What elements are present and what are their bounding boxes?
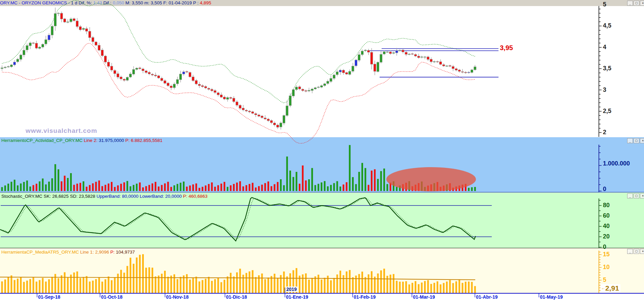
- resistance-price-label: 3,95: [500, 44, 513, 52]
- axis-tick-label: 60: [603, 212, 610, 219]
- chart-canvas[interactable]: [0, 0, 644, 300]
- year-axis-label: 2019: [286, 287, 297, 292]
- close-button[interactable]: ✕: [640, 1, 644, 6]
- axis-tick-label: 2,5: [603, 108, 611, 115]
- axis-tick-label: 15: [603, 251, 610, 258]
- minimize-button[interactable]: _: [627, 193, 633, 198]
- header-segment: P: 460,6863: [183, 194, 207, 199]
- atr-panel-header: HerramientaCP_MediaATR5_ORY.MC Line 1: 2…: [1, 250, 135, 255]
- header-segment: LowerBand: 20,0000: [140, 194, 183, 199]
- date-axis-label: 01-Ene-19: [286, 294, 308, 300]
- volume-highlight-ellipse: [386, 167, 476, 191]
- visual-chart-window: ORY.MC - ORYZON GENOMICS - 1 d Dif. %: 1…: [0, 0, 644, 300]
- header-segment: 31.975,0000: [99, 138, 125, 143]
- header-segment: P:: [110, 250, 116, 255]
- header-segment: UpperBand: 80,0000: [96, 194, 139, 199]
- axis-tick-label: 4,5: [603, 22, 611, 29]
- close-button[interactable]: ✕: [640, 138, 644, 143]
- axis-tick-label: 0: [603, 243, 606, 251]
- date-axis-label: 01-May-19: [540, 294, 563, 300]
- axis-tick-label: 1.000.000: [603, 160, 630, 167]
- maximize-button[interactable]: □: [634, 1, 639, 6]
- atr-last-value-marker: ←2,91: [601, 284, 620, 292]
- axis-tick-label: 5: [603, 1, 606, 8]
- axis-tick-label: 10: [603, 264, 610, 271]
- axis-tick-label: 2: [603, 129, 606, 136]
- window-controls: _□✕: [627, 193, 644, 198]
- date-axis-label: 01-Nov-18: [166, 294, 189, 300]
- axis-arrow-icon: ←: [601, 286, 605, 291]
- volume-panel-header: HerramientoCP_Actividad_CP_ORY.MC Line 2…: [1, 138, 162, 143]
- axis-tick-label: 80: [603, 202, 610, 209]
- window-controls: _□✕: [627, 249, 644, 254]
- header-segment: SK: 26,6825: [44, 194, 70, 199]
- stochastic-panel-header: Stochastic_ORY.MC SK: 26,6825 SD: 23,582…: [1, 194, 207, 199]
- close-button[interactable]: ✕: [640, 249, 644, 254]
- date-axis-label: 01-Oct-18: [101, 294, 123, 300]
- date-axis-label: 01-Feb-19: [354, 294, 376, 300]
- visualchart-watermark: www.visualchart.com: [26, 127, 97, 135]
- axis-tick-label: 3: [603, 86, 606, 93]
- axis-tick-label: 5: [603, 276, 606, 284]
- header-segment: Line 2:: [84, 138, 99, 143]
- maximize-button[interactable]: □: [634, 193, 639, 198]
- date-axis-label: 01-Dic-18: [226, 294, 247, 300]
- header-segment: P: 6.882.855,5581: [125, 138, 162, 143]
- window-controls: _□✕: [627, 138, 644, 143]
- close-button[interactable]: ✕: [640, 193, 644, 198]
- atr-last-value: 2,91: [605, 284, 619, 292]
- header-segment: HerramientoCP_Actividad_CP_ORY.MC: [1, 138, 84, 143]
- header-segment: 104,9737: [116, 250, 135, 255]
- window-controls: _□✕: [627, 1, 644, 6]
- maximize-button[interactable]: □: [634, 249, 639, 254]
- header-segment: HerramientaCP_MediaATR5_ORY.MC: [1, 250, 80, 255]
- header-segment: SD: 23,5828: [70, 194, 97, 199]
- axis-tick-label: 4: [603, 44, 606, 51]
- header-segment: Line 1: 2,9096: [80, 250, 110, 255]
- header-segment: Stochastic_ORY.MC: [1, 194, 44, 199]
- axis-tick-label: 0: [603, 186, 606, 193]
- minimize-button[interactable]: _: [627, 249, 633, 254]
- date-axis-label: 01-Sep-18: [38, 294, 60, 300]
- axis-tick-label: 20: [603, 233, 610, 240]
- axis-tick-label: 40: [603, 223, 610, 230]
- maximize-button[interactable]: □: [634, 138, 639, 143]
- axis-tick-label: 3,5: [603, 65, 611, 72]
- minimize-button[interactable]: _: [627, 138, 633, 143]
- date-axis-label: 01-Abr-19: [476, 294, 498, 300]
- minimize-button[interactable]: _: [627, 1, 633, 6]
- date-axis-label: 01-Mar-19: [413, 294, 435, 300]
